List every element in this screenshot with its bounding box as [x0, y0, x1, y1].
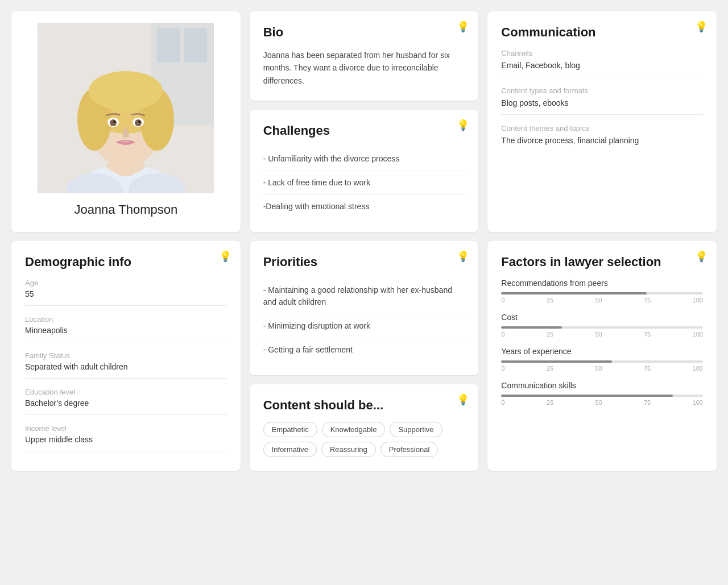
- factor-section-3: Communication skills0255075100: [501, 381, 703, 406]
- priorities-lightbulb-icon: 💡: [457, 250, 469, 263]
- content-title: Content should be...: [263, 398, 465, 413]
- svg-rect-3: [184, 28, 207, 63]
- comm-value-0: Email, Facebook, blog: [501, 61, 703, 77]
- factor-track-2: [501, 360, 703, 363]
- factor-section-0: Recommendations from peers0255075100: [501, 279, 703, 304]
- content-tag-2: Supportive: [390, 422, 442, 437]
- demo-value-3: Bachelor's degree: [25, 399, 227, 415]
- demo-section-3: Education levelBachelor's degree: [25, 388, 227, 415]
- factor-section-2: Years of experience0255075100: [501, 347, 703, 372]
- factor-label-0: Recommendations from peers: [501, 279, 703, 288]
- factor-label-1: Cost: [501, 313, 703, 322]
- scale-label: 100: [693, 365, 703, 372]
- scale-label: 0: [501, 331, 504, 338]
- demo-value-1: Minneapolis: [25, 326, 227, 342]
- factor-fill-1: [501, 326, 561, 329]
- demographic-title: Demographic info: [25, 255, 227, 269]
- communication-sections: ChannelsEmail, Facebook, blogContent typ…: [501, 49, 703, 152]
- factors-card: 💡 Factors in lawyer selection Recommenda…: [487, 241, 717, 471]
- comm-value-1: Blog posts, ebooks: [501, 98, 703, 115]
- svg-rect-2: [157, 28, 180, 63]
- factor-scale-1: 0255075100: [501, 331, 703, 338]
- priorities-title: Priorities: [263, 255, 465, 269]
- scale-label: 75: [644, 399, 651, 406]
- challenge-item-2: -Dealing with emotional stress: [263, 195, 465, 218]
- comm-label-2: Content themes and topics: [501, 124, 703, 132]
- bio-title: Bio: [263, 25, 465, 40]
- bio-card: 💡 Bio Joanna has been separated from her…: [250, 11, 479, 101]
- main-grid: Joanna Thompson 💡 Bio Joanna has been se…: [11, 11, 717, 471]
- factor-track-0: [501, 292, 703, 294]
- demo-label-3: Education level: [25, 388, 227, 396]
- communication-title: Communication: [501, 25, 703, 40]
- scale-label: 25: [547, 365, 553, 372]
- priority-item-0: - Maintaining a good relationship with h…: [263, 279, 465, 314]
- bio-text: Joanna has been separated from her husba…: [263, 49, 465, 87]
- priority-item-2: - Getting a fair settlement: [263, 338, 465, 362]
- demo-label-0: Age: [25, 279, 227, 287]
- priorities-card: 💡 Priorities - Maintaining a good relati…: [250, 241, 479, 375]
- scale-label: 75: [644, 331, 651, 338]
- demo-value-4: Upper middle class: [25, 435, 227, 451]
- factor-scale-2: 0255075100: [501, 365, 703, 372]
- comm-value-2: The divorce process, financial planning: [501, 136, 703, 152]
- content-tag-3: Informative: [263, 442, 317, 457]
- scale-label: 50: [595, 365, 602, 372]
- scale-label: 75: [644, 297, 651, 304]
- comm-lightbulb-icon: 💡: [695, 20, 708, 33]
- top-middle-column: 💡 Bio Joanna has been separated from her…: [250, 11, 479, 232]
- content-lightbulb-icon: 💡: [457, 393, 469, 406]
- profile-photo: [38, 23, 214, 193]
- scale-label: 50: [595, 399, 602, 406]
- demo-lightbulb-icon: 💡: [219, 250, 231, 263]
- factor-fill-3: [501, 395, 672, 397]
- demo-label-1: Location: [25, 315, 227, 323]
- content-tag-0: Empathetic: [263, 422, 317, 437]
- factor-scale-3: 0255075100: [501, 399, 703, 406]
- challenge-item-1: - Lack of free time due to work: [263, 171, 465, 195]
- factors-title: Factors in lawyer selection: [501, 255, 703, 269]
- priorities-list: - Maintaining a good relationship with h…: [263, 279, 465, 362]
- scale-label: 0: [501, 297, 504, 304]
- factors-list: Recommendations from peers0255075100Cost…: [501, 279, 703, 406]
- factors-lightbulb-icon: 💡: [695, 250, 708, 263]
- comm-label-1: Content types and formats: [501, 86, 703, 95]
- demographic-card: 💡 Demographic info Age55LocationMinneapo…: [11, 241, 241, 471]
- scale-label: 100: [693, 399, 703, 406]
- demo-section-0: Age55: [25, 279, 227, 306]
- demo-value-2: Separated with adult children: [25, 362, 227, 379]
- scale-label: 0: [501, 365, 504, 372]
- communication-card: 💡 Communication ChannelsEmail, Facebook,…: [487, 11, 717, 232]
- comm-section-0: ChannelsEmail, Facebook, blog: [501, 49, 703, 77]
- scale-label: 75: [644, 365, 651, 372]
- comm-section-2: Content themes and topicsThe divorce pro…: [501, 124, 703, 152]
- priority-item-1: - Minimizing disruption at work: [263, 314, 465, 338]
- factor-fill-0: [501, 292, 646, 294]
- demo-label-4: Income level: [25, 424, 227, 433]
- profile-name: Joanna Thompson: [74, 202, 177, 217]
- comm-section-1: Content types and formatsBlog posts, ebo…: [501, 86, 703, 115]
- challenge-item-0: - Unfamiliarity with the divorce process: [263, 147, 465, 171]
- factor-track-1: [501, 326, 703, 329]
- factor-scale-0: 0255075100: [501, 297, 703, 304]
- content-tag-1: Knowledgable: [322, 422, 386, 437]
- comm-label-0: Channels: [501, 49, 703, 57]
- demo-value-0: 55: [25, 289, 227, 306]
- scale-label: 100: [693, 297, 703, 304]
- scale-label: 25: [547, 297, 553, 304]
- content-tag-5: Professional: [380, 442, 439, 457]
- content-tags: EmpatheticKnowledgableSupportiveInformat…: [263, 422, 465, 457]
- scale-label: 100: [693, 331, 703, 338]
- challenges-title: Challenges: [263, 123, 465, 138]
- svg-point-14: [135, 119, 142, 126]
- svg-point-13: [110, 119, 117, 126]
- challenges-lightbulb-icon: 💡: [457, 119, 469, 131]
- scale-label: 25: [547, 331, 553, 338]
- challenges-list: - Unfamiliarity with the divorce process…: [263, 147, 465, 218]
- demo-section-2: Family StatusSeparated with adult childr…: [25, 351, 227, 379]
- scale-label: 50: [595, 331, 602, 338]
- bio-lightbulb-icon: 💡: [457, 20, 469, 33]
- demo-section-4: Income levelUpper middle class: [25, 424, 227, 451]
- demographic-fields: Age55LocationMinneapolisFamily StatusSep…: [25, 279, 227, 451]
- scale-label: 50: [595, 297, 602, 304]
